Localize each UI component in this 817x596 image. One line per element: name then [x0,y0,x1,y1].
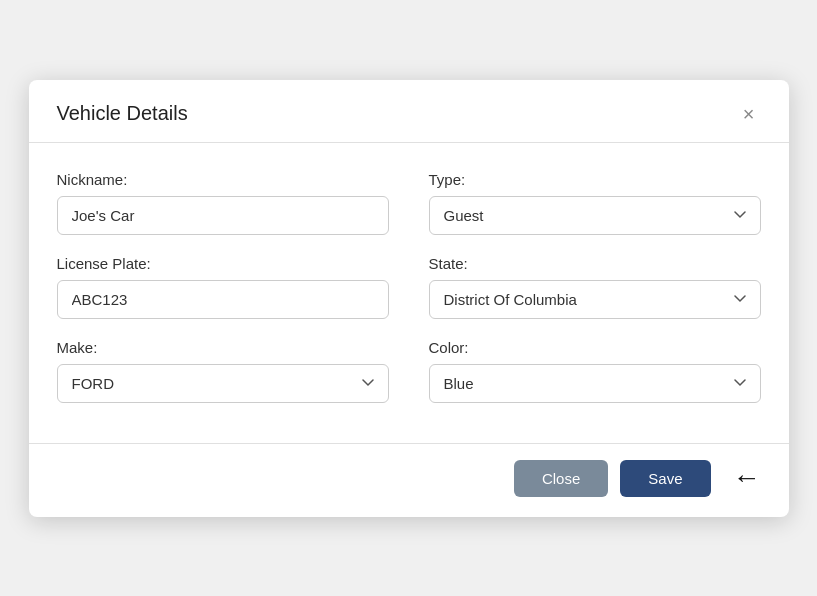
type-select[interactable]: Guest Resident Staff Visitor [429,196,761,235]
type-label: Type: [429,171,761,188]
vehicle-details-dialog: Vehicle Details × Nickname: Type: Guest … [29,80,789,517]
nickname-group: Nickname: [57,171,389,235]
close-button[interactable]: Close [514,460,608,497]
license-plate-label: License Plate: [57,255,389,272]
license-plate-input[interactable] [57,280,389,319]
nickname-label: Nickname: [57,171,389,188]
dialog-footer: Close Save ← [29,444,789,517]
nickname-input[interactable] [57,196,389,235]
dialog-body: Nickname: Type: Guest Resident Staff Vis… [29,163,789,423]
state-select[interactable]: District Of Columbia Alabama Alaska Ariz… [429,280,761,319]
make-label: Make: [57,339,389,356]
color-label: Color: [429,339,761,356]
dialog-close-button[interactable]: × [737,102,761,126]
form-grid: Nickname: Type: Guest Resident Staff Vis… [57,171,761,403]
state-label: State: [429,255,761,272]
dialog-header: Vehicle Details × [29,80,789,142]
make-select[interactable]: FORD CHEVROLET TOYOTA HONDA BMW MERCEDES… [57,364,389,403]
dialog-title: Vehicle Details [57,102,188,125]
make-group: Make: FORD CHEVROLET TOYOTA HONDA BMW ME… [57,339,389,403]
type-group: Type: Guest Resident Staff Visitor [429,171,761,235]
color-group: Color: Blue Red Black White Silver Green… [429,339,761,403]
license-plate-group: License Plate: [57,255,389,319]
state-group: State: District Of Columbia Alabama Alas… [429,255,761,319]
color-select[interactable]: Blue Red Black White Silver Green Yellow [429,364,761,403]
arrow-indicator: ← [733,464,761,492]
save-button[interactable]: Save [620,460,710,497]
header-divider [29,142,789,143]
